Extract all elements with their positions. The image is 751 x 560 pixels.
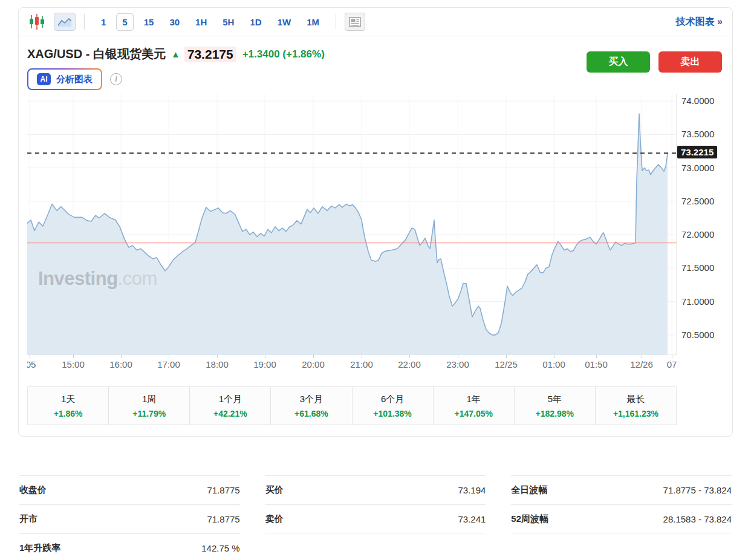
up-arrow-icon: ▲: [171, 49, 180, 59]
stat-row-prev-close: 收盘价 71.8775: [19, 475, 240, 504]
y-axis-label: 74.0000: [681, 96, 714, 106]
timeframe-1mo[interactable]: 1M: [301, 14, 325, 30]
x-axis-tick: [554, 355, 554, 358]
x-axis-tick: [30, 355, 30, 358]
x-axis-label: 20:00: [302, 359, 325, 370]
timeframe-5m[interactable]: 5: [116, 13, 133, 31]
news-panel-icon[interactable]: [345, 13, 365, 31]
x-axis-label: 07: [667, 359, 677, 370]
x-axis-label: 15:00: [62, 359, 85, 370]
stat-row-open: 开市 71.8775: [19, 504, 240, 533]
x-axis-tick: [409, 355, 410, 358]
x-axis-label: :05: [27, 359, 36, 370]
price-chart-svg[interactable]: [27, 94, 677, 355]
x-axis-label: 23:00: [446, 359, 469, 370]
toolbar-divider: [84, 14, 85, 30]
x-axis-tick: [506, 355, 507, 358]
timeframe-1h[interactable]: 1H: [190, 14, 212, 30]
stats-column-2: 买价 73.194 卖价 73.241: [265, 475, 486, 560]
stat-row-day-range: 全日波幅 71.8775 - 73.824: [511, 475, 732, 504]
x-axis-tick: [169, 355, 169, 358]
x-axis-label: 01:50: [585, 359, 608, 370]
price-y-axis: 74.000073.500073.000072.500072.000071.50…: [677, 94, 732, 355]
investing-quote-page: 1 5 15 30 1H 5H 1D 1W 1M 技术图表 »: [0, 0, 751, 560]
performance-strip: 1天 +1.86% 1周 +11.79% 1个月 +42.21% 3个月 +61…: [27, 386, 677, 425]
x-axis-label: 21:00: [350, 359, 373, 370]
perf-cell-6mo[interactable]: 6个月 +101.38%: [353, 387, 434, 425]
technical-chart-link[interactable]: 技术图表 »: [676, 16, 723, 28]
x-axis-tick: [121, 355, 122, 358]
perf-cell-3mo[interactable]: 3个月 +61.68%: [271, 387, 352, 425]
area-chart-icon[interactable]: [54, 13, 76, 31]
perf-cell-max[interactable]: 最长 +1,161.23%: [596, 387, 676, 425]
stat-row-1y-change: 1年升跌率 142.75 %: [19, 533, 240, 560]
stat-row-52w-range: 52周波幅 28.1583 - 73.824: [511, 504, 732, 533]
x-axis-tick: [672, 355, 672, 358]
price-chart-plot[interactable]: Investing.com: [27, 94, 677, 355]
perf-cell-5y[interactable]: 5年 +182.98%: [515, 387, 596, 425]
timeframe-1d[interactable]: 1D: [244, 14, 267, 30]
ai-analyze-chart-button[interactable]: AI 分析图表: [27, 68, 102, 90]
x-axis-label: 17:00: [157, 359, 180, 370]
x-axis-label: 22:00: [398, 359, 421, 370]
x-axis-tick: [362, 355, 362, 358]
ai-analyze-label: 分析图表: [56, 74, 93, 85]
quote-stats: 收盘价 71.8775 开市 71.8775 1年升跌率 142.75 % 买价…: [19, 475, 732, 560]
stats-column-3: 全日波幅 71.8775 - 73.824 52周波幅 28.1583 - 73…: [511, 475, 732, 560]
stat-row-ask: 卖价 73.241: [265, 504, 486, 533]
y-axis-label: 72.5000: [681, 196, 714, 206]
investing-watermark: Investing.com: [38, 268, 157, 290]
last-price: 73.2175: [184, 47, 236, 62]
x-axis-tick: [458, 355, 458, 358]
y-axis-label: 71.5000: [681, 262, 714, 273]
stats-column-1: 收盘价 71.8775 开市 71.8775 1年升跌率 142.75 %: [19, 475, 240, 560]
timeframe-1w[interactable]: 1W: [272, 14, 297, 30]
chart-region: Investing.com 74.000073.500073.000072.50…: [27, 94, 732, 355]
perf-cell-1d[interactable]: 1天 +1.86%: [28, 387, 109, 425]
y-axis-label: 71.0000: [681, 296, 714, 307]
x-axis-label: 19:00: [253, 359, 276, 370]
chart-card: 1 5 15 30 1H 5H 1D 1W 1M 技术图表 »: [18, 7, 733, 437]
x-axis-tick: [217, 355, 218, 358]
time-x-axis: :0515:0016:0017:0018:0019:0020:0021:0022…: [27, 355, 677, 373]
y-axis-label: 73.0000: [681, 163, 714, 173]
timeframe-1m[interactable]: 1: [96, 14, 111, 30]
y-axis-label: 73.5000: [681, 129, 714, 139]
x-axis-tick: [265, 355, 265, 358]
x-axis-tick: [73, 355, 74, 358]
perf-cell-1y[interactable]: 1年 +147.05%: [434, 387, 515, 425]
x-axis-label: 12/26: [630, 359, 653, 370]
x-axis-label: 18:00: [206, 359, 229, 370]
info-icon[interactable]: i: [110, 73, 122, 85]
x-axis-tick: [313, 355, 314, 358]
instrument-title: XAG/USD - 白银现货美元: [27, 46, 166, 62]
sell-button[interactable]: 卖出: [658, 51, 722, 73]
timeframe-5h[interactable]: 5H: [217, 14, 239, 30]
current-price-badge: 73.2215: [677, 146, 717, 158]
price-change: +1.3400 (+1.86%): [242, 48, 325, 60]
buy-button[interactable]: 买入: [587, 51, 650, 73]
x-axis-tick: [642, 355, 642, 358]
y-axis-label: 72.0000: [681, 229, 714, 239]
x-axis-label: 12/25: [495, 359, 518, 370]
ai-icon: AI: [37, 73, 51, 85]
y-axis-label: 70.5000: [681, 330, 714, 340]
timeframe-30m[interactable]: 30: [164, 14, 185, 30]
stat-row-bid: 买价 73.194: [265, 475, 486, 504]
x-axis-label: 16:00: [109, 359, 132, 370]
x-axis-label: 01:00: [542, 359, 565, 370]
perf-cell-1w[interactable]: 1周 +11.79%: [109, 387, 190, 425]
toolbar-divider: [336, 14, 336, 30]
timeframe-15m[interactable]: 15: [138, 14, 160, 30]
perf-cell-1mo[interactable]: 1个月 +42.21%: [190, 387, 271, 425]
x-axis-tick: [596, 355, 597, 358]
chart-toolbar: 1 5 15 30 1H 5H 1D 1W 1M 技术图表 »: [19, 8, 732, 36]
candlestick-chart-icon[interactable]: [27, 13, 47, 31]
